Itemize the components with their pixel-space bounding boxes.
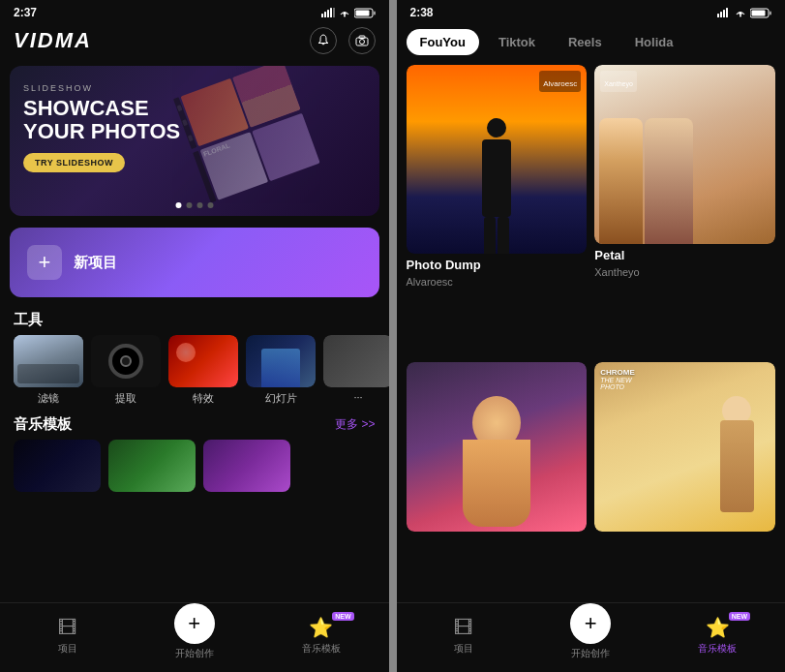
- svg-rect-7: [374, 11, 376, 15]
- nav-projects-2[interactable]: 🎞 项目: [435, 617, 493, 656]
- tool-thumb-extra: [323, 335, 389, 387]
- time-2: 2:38: [410, 6, 434, 19]
- phone-1: 2:37: [0, 0, 389, 672]
- signal-icon-2: [717, 8, 731, 17]
- svg-rect-12: [717, 14, 719, 17]
- svg-marker-4: [333, 8, 335, 17]
- create-label-2: 开始创作: [571, 647, 610, 660]
- tools-section-title: 工具: [0, 303, 389, 335]
- status-bar-1: 2:37: [0, 0, 389, 23]
- notification-button[interactable]: [310, 27, 337, 54]
- svg-rect-8: [355, 10, 369, 15]
- tool-item-filter[interactable]: 滤镜: [14, 335, 83, 406]
- svg-point-5: [344, 15, 346, 16]
- create-button-2[interactable]: +: [570, 603, 611, 644]
- music-icon-2: ⭐: [706, 616, 730, 639]
- video-card-1[interactable]: Alvaroesc Photo Dump Alvaroesc: [407, 65, 588, 354]
- tab-holiday[interactable]: Holida: [621, 29, 687, 55]
- app-header-1: VIDMA: [0, 23, 389, 60]
- projects-icon-2: 🎞: [454, 617, 473, 639]
- new-badge-2: NEW: [729, 612, 750, 621]
- tool-thumb-effect: [168, 335, 238, 387]
- nav-projects-1[interactable]: 🎞 项目: [39, 617, 97, 656]
- tab-fouyou[interactable]: FouYou: [407, 29, 479, 55]
- status-bar-2: 2:38: [397, 0, 786, 23]
- video-card-2[interactable]: Xantheyo Petal Xantheyo: [594, 65, 775, 354]
- video-thumb-photo-dump: Alvaroesc: [407, 65, 588, 254]
- tab-tiktok[interactable]: Tiktok: [485, 29, 549, 55]
- music-scroll: [0, 440, 389, 492]
- tool-thumb-filter: [14, 335, 83, 387]
- video-card-4[interactable]: CHROME THE NEW PHOTO: [594, 362, 775, 598]
- try-slideshow-button[interactable]: TRY SLIDESHOW: [23, 153, 125, 172]
- music-section-header: 音乐模板 更多 >>: [0, 412, 389, 440]
- dot-4: [207, 202, 213, 208]
- banner-title: SHOWCASE YOUR PHOTOS: [23, 97, 180, 143]
- music-label-2: 音乐模板: [698, 642, 737, 656]
- tool-label-extract: 提取: [115, 391, 136, 406]
- svg-point-16: [740, 15, 741, 16]
- music-thumb-1[interactable]: [14, 440, 101, 492]
- signal-icon: [321, 8, 335, 17]
- video-thumb-4: CHROME THE NEW PHOTO: [594, 362, 775, 532]
- camera-icon: [355, 35, 369, 46]
- plus-icon: +: [27, 245, 62, 280]
- battery-icon-2: [750, 8, 771, 18]
- music-thumb-2[interactable]: [108, 440, 196, 492]
- bottom-nav-2: 🎞 项目 + 开始创作 ⭐ NEW 音乐模板: [397, 602, 786, 672]
- vidma-logo: VIDMA: [14, 28, 92, 53]
- bottom-nav-1: 🎞 项目 + 开始创作 ⭐ NEW 音乐模板: [0, 602, 389, 672]
- video-card-3[interactable]: [407, 362, 588, 598]
- tool-label-extra: ···: [353, 391, 362, 403]
- projects-label-1: 项目: [58, 642, 77, 656]
- svg-rect-0: [321, 14, 323, 17]
- bell-icon: [317, 34, 330, 47]
- new-project-button[interactable]: + 新项目: [10, 228, 379, 297]
- banner-dots: [175, 202, 213, 208]
- nav-create-2[interactable]: + 开始创作: [570, 611, 611, 660]
- banner-content: SLIDESHOW SHOWCASE YOUR PHOTOS TRY SLIDE…: [23, 83, 180, 172]
- projects-label-2: 项目: [454, 642, 473, 656]
- battery-icon: [354, 8, 376, 18]
- tool-thumb-slide: [246, 335, 316, 387]
- new-project-label: 新项目: [74, 254, 117, 272]
- header-icons: [310, 27, 376, 54]
- svg-rect-13: [720, 12, 722, 17]
- nav-music-1[interactable]: ⭐ NEW 音乐模板: [292, 616, 350, 656]
- dot-2: [186, 202, 192, 208]
- projects-icon-1: 🎞: [58, 617, 77, 639]
- tool-thumb-extract: [91, 335, 161, 387]
- svg-rect-15: [726, 8, 728, 17]
- tabs-bar: FouYou Tiktok Reels Holida: [397, 23, 786, 61]
- dot-1: [175, 202, 181, 208]
- create-label-1: 开始创作: [175, 647, 214, 660]
- tool-item-extract[interactable]: 提取: [91, 335, 161, 406]
- status-icons-1: [321, 8, 376, 18]
- wifi-icon-2: [735, 9, 746, 17]
- svg-rect-19: [752, 10, 766, 15]
- tab-reels[interactable]: Reels: [555, 29, 616, 55]
- create-button-1[interactable]: +: [174, 603, 215, 644]
- music-thumb-3[interactable]: [203, 440, 290, 492]
- camera-button[interactable]: [348, 27, 376, 54]
- tool-label-filter: 滤镜: [38, 391, 59, 406]
- tool-label-effect: 特效: [193, 391, 214, 406]
- nav-music-2[interactable]: ⭐ NEW 音乐模板: [688, 616, 746, 656]
- nav-create-1[interactable]: + 开始创作: [174, 611, 215, 660]
- tool-label-slide: 幻灯片: [265, 391, 297, 406]
- music-section-title: 音乐模板: [14, 415, 72, 434]
- video-title-2: Petal: [594, 248, 775, 262]
- phone-2: 2:38: [397, 0, 786, 672]
- tools-scroll: 滤镜 提取 特效: [0, 335, 389, 412]
- tool-item-extra[interactable]: ···: [323, 335, 389, 406]
- video-author-2: Xantheyo: [594, 266, 775, 278]
- svg-rect-18: [770, 11, 771, 15]
- video-thumb-petal: Xantheyo: [594, 65, 775, 244]
- music-more-link[interactable]: 更多 >>: [335, 416, 375, 433]
- svg-point-10: [359, 40, 364, 45]
- new-project-section: + 新项目: [10, 228, 379, 297]
- video-author-1: Alvaroesc: [407, 276, 588, 288]
- tool-item-effect[interactable]: 特效: [168, 335, 238, 406]
- svg-rect-1: [324, 12, 326, 17]
- tool-item-slide[interactable]: 幻灯片: [246, 335, 316, 406]
